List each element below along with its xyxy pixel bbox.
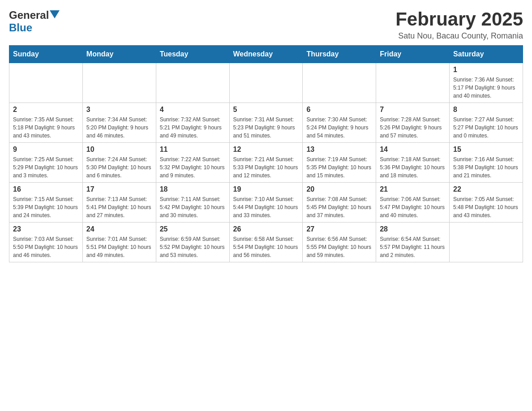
- calendar-cell: 13Sunrise: 7:19 AM Sunset: 5:35 PM Dayli…: [303, 143, 376, 183]
- calendar-cell: 28Sunrise: 6:54 AM Sunset: 5:57 PM Dayli…: [376, 223, 450, 262]
- day-number: 27: [306, 225, 372, 233]
- day-number: 4: [160, 106, 226, 114]
- calendar-cell: 15Sunrise: 7:16 AM Sunset: 5:38 PM Dayli…: [450, 143, 523, 183]
- calendar-header-tuesday: Tuesday: [156, 46, 229, 63]
- logo: General Blue: [9, 9, 60, 34]
- calendar-cell: 10Sunrise: 7:24 AM Sunset: 5:30 PM Dayli…: [82, 143, 156, 183]
- day-number: 16: [13, 185, 79, 193]
- calendar-cell: [82, 63, 156, 103]
- day-info: Sunrise: 6:59 AM Sunset: 5:52 PM Dayligh…: [160, 235, 226, 259]
- calendar-cell: 8Sunrise: 7:27 AM Sunset: 5:27 PM Daylig…: [450, 103, 523, 143]
- calendar-cell: 25Sunrise: 6:59 AM Sunset: 5:52 PM Dayli…: [156, 223, 229, 262]
- svg-marker-0: [50, 10, 60, 18]
- calendar-header-sunday: Sunday: [9, 46, 83, 63]
- day-number: 17: [86, 185, 152, 193]
- calendar-week-2: 2Sunrise: 7:35 AM Sunset: 5:18 PM Daylig…: [9, 103, 523, 143]
- calendar-cell: 24Sunrise: 7:01 AM Sunset: 5:51 PM Dayli…: [82, 223, 156, 262]
- day-info: Sunrise: 7:28 AM Sunset: 5:26 PM Dayligh…: [380, 116, 446, 140]
- day-number: 18: [160, 185, 226, 193]
- calendar-cell: 11Sunrise: 7:22 AM Sunset: 5:32 PM Dayli…: [156, 143, 229, 183]
- page-header: General Blue February 2025 Satu Nou, Bac…: [9, 9, 523, 41]
- day-number: 20: [306, 185, 372, 193]
- day-info: Sunrise: 7:01 AM Sunset: 5:51 PM Dayligh…: [86, 235, 152, 259]
- day-info: Sunrise: 7:03 AM Sunset: 5:50 PM Dayligh…: [13, 235, 79, 259]
- calendar-cell: [303, 63, 376, 103]
- day-info: Sunrise: 7:30 AM Sunset: 5:24 PM Dayligh…: [306, 116, 372, 140]
- calendar-cell: [450, 223, 523, 262]
- calendar-cell: [376, 63, 450, 103]
- day-info: Sunrise: 7:32 AM Sunset: 5:21 PM Dayligh…: [160, 116, 226, 140]
- calendar-cell: [156, 63, 229, 103]
- calendar-week-3: 9Sunrise: 7:25 AM Sunset: 5:29 PM Daylig…: [9, 143, 523, 183]
- day-info: Sunrise: 7:15 AM Sunset: 5:39 PM Dayligh…: [13, 195, 79, 219]
- day-info: Sunrise: 7:21 AM Sunset: 5:33 PM Dayligh…: [233, 155, 299, 180]
- title-section: February 2025 Satu Nou, Bacau County, Ro…: [395, 9, 523, 41]
- calendar-header-row: SundayMondayTuesdayWednesdayThursdayFrid…: [9, 46, 523, 63]
- calendar-week-4: 16Sunrise: 7:15 AM Sunset: 5:39 PM Dayli…: [9, 183, 523, 223]
- day-info: Sunrise: 7:06 AM Sunset: 5:47 PM Dayligh…: [380, 195, 446, 219]
- day-info: Sunrise: 6:54 AM Sunset: 5:57 PM Dayligh…: [380, 235, 446, 259]
- calendar-cell: 19Sunrise: 7:10 AM Sunset: 5:44 PM Dayli…: [229, 183, 303, 223]
- logo-general-text: General: [9, 9, 49, 21]
- day-info: Sunrise: 7:19 AM Sunset: 5:35 PM Dayligh…: [306, 155, 372, 180]
- calendar-week-1: 1Sunrise: 7:36 AM Sunset: 5:17 PM Daylig…: [9, 63, 523, 103]
- calendar-cell: 4Sunrise: 7:32 AM Sunset: 5:21 PM Daylig…: [156, 103, 229, 143]
- month-title: February 2025: [395, 9, 523, 30]
- calendar-cell: 12Sunrise: 7:21 AM Sunset: 5:33 PM Dayli…: [229, 143, 303, 183]
- day-number: 24: [86, 225, 152, 233]
- day-info: Sunrise: 7:22 AM Sunset: 5:32 PM Dayligh…: [160, 155, 226, 180]
- logo-blue-text: Blue: [9, 21, 32, 34]
- day-number: 9: [13, 146, 79, 154]
- day-info: Sunrise: 7:11 AM Sunset: 5:42 PM Dayligh…: [160, 195, 226, 219]
- day-number: 28: [380, 225, 446, 233]
- calendar-cell: [9, 63, 83, 103]
- calendar-cell: 5Sunrise: 7:31 AM Sunset: 5:23 PM Daylig…: [229, 103, 303, 143]
- day-number: 7: [380, 106, 446, 114]
- day-info: Sunrise: 7:31 AM Sunset: 5:23 PM Dayligh…: [233, 116, 299, 140]
- day-number: 12: [233, 146, 299, 154]
- calendar-cell: 7Sunrise: 7:28 AM Sunset: 5:26 PM Daylig…: [376, 103, 450, 143]
- calendar-cell: 17Sunrise: 7:13 AM Sunset: 5:41 PM Dayli…: [82, 183, 156, 223]
- day-number: 22: [453, 185, 519, 193]
- calendar-header-wednesday: Wednesday: [229, 46, 303, 63]
- calendar-cell: 2Sunrise: 7:35 AM Sunset: 5:18 PM Daylig…: [9, 103, 83, 143]
- calendar-cell: [229, 63, 303, 103]
- day-number: 5: [233, 106, 299, 114]
- day-info: Sunrise: 7:16 AM Sunset: 5:38 PM Dayligh…: [453, 155, 519, 180]
- day-number: 25: [160, 225, 226, 233]
- logo-triangle-icon: [50, 10, 60, 18]
- location-text: Satu Nou, Bacau County, Romania: [395, 31, 523, 41]
- day-number: 26: [233, 225, 299, 233]
- day-info: Sunrise: 7:10 AM Sunset: 5:44 PM Dayligh…: [233, 195, 299, 219]
- day-number: 19: [233, 185, 299, 193]
- day-number: 11: [160, 146, 226, 154]
- day-info: Sunrise: 7:24 AM Sunset: 5:30 PM Dayligh…: [86, 155, 152, 180]
- calendar-header-monday: Monday: [82, 46, 156, 63]
- day-number: 3: [86, 106, 152, 114]
- day-info: Sunrise: 7:18 AM Sunset: 5:36 PM Dayligh…: [380, 155, 446, 180]
- day-info: Sunrise: 7:08 AM Sunset: 5:45 PM Dayligh…: [306, 195, 372, 219]
- day-info: Sunrise: 7:25 AM Sunset: 5:29 PM Dayligh…: [13, 155, 79, 180]
- day-number: 15: [453, 146, 519, 154]
- day-info: Sunrise: 6:56 AM Sunset: 5:55 PM Dayligh…: [306, 235, 372, 259]
- calendar-cell: 18Sunrise: 7:11 AM Sunset: 5:42 PM Dayli…: [156, 183, 229, 223]
- calendar-week-5: 23Sunrise: 7:03 AM Sunset: 5:50 PM Dayli…: [9, 223, 523, 262]
- day-number: 6: [306, 106, 372, 114]
- day-info: Sunrise: 7:05 AM Sunset: 5:48 PM Dayligh…: [453, 195, 519, 219]
- calendar-cell: 14Sunrise: 7:18 AM Sunset: 5:36 PM Dayli…: [376, 143, 450, 183]
- day-info: Sunrise: 7:13 AM Sunset: 5:41 PM Dayligh…: [86, 195, 152, 219]
- calendar-cell: 3Sunrise: 7:34 AM Sunset: 5:20 PM Daylig…: [82, 103, 156, 143]
- calendar-cell: 27Sunrise: 6:56 AM Sunset: 5:55 PM Dayli…: [303, 223, 376, 262]
- day-info: Sunrise: 7:27 AM Sunset: 5:27 PM Dayligh…: [453, 116, 519, 140]
- calendar-cell: 9Sunrise: 7:25 AM Sunset: 5:29 PM Daylig…: [9, 143, 83, 183]
- calendar-header-saturday: Saturday: [450, 46, 523, 63]
- calendar-header-friday: Friday: [376, 46, 450, 63]
- day-number: 2: [13, 106, 79, 114]
- day-info: Sunrise: 6:58 AM Sunset: 5:54 PM Dayligh…: [233, 235, 299, 259]
- day-number: 23: [13, 225, 79, 233]
- calendar-cell: 21Sunrise: 7:06 AM Sunset: 5:47 PM Dayli…: [376, 183, 450, 223]
- calendar-table: SundayMondayTuesdayWednesdayThursdayFrid…: [9, 45, 523, 262]
- day-number: 14: [380, 146, 446, 154]
- calendar-cell: 6Sunrise: 7:30 AM Sunset: 5:24 PM Daylig…: [303, 103, 376, 143]
- calendar-header-thursday: Thursday: [303, 46, 376, 63]
